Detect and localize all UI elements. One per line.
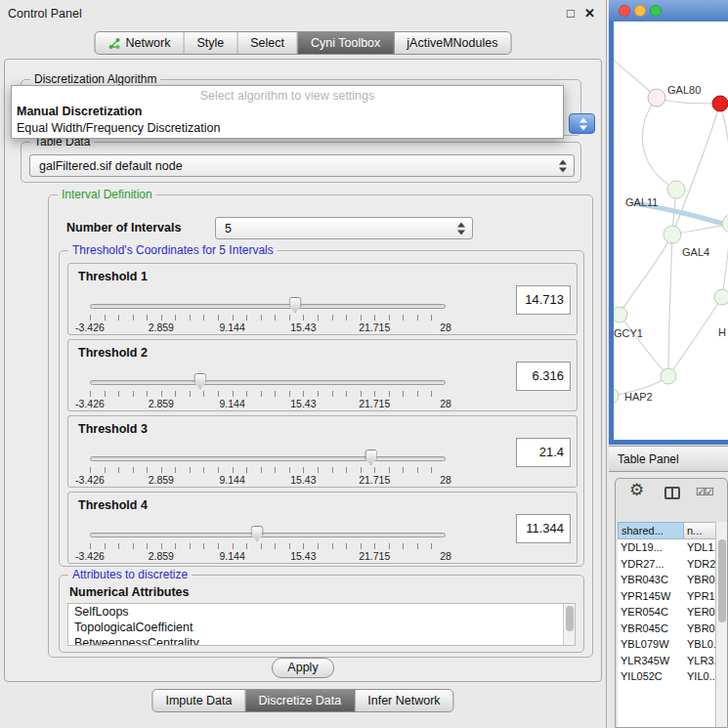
slider-track[interactable] (90, 456, 446, 461)
node-gal80[interactable] (648, 89, 665, 107)
node-mid[interactable] (661, 368, 676, 384)
tick-label: 28 (440, 474, 451, 486)
tab-select[interactable]: Select (237, 32, 298, 54)
column-header-name[interactable]: n... (684, 522, 717, 539)
network-canvas[interactable]: GAL80 GAL11 GAL4 GCY1 HAP2 H (614, 21, 728, 440)
tab-impute-data[interactable]: Impute Data (152, 690, 245, 711)
table-row[interactable]: YER054CYER0... (618, 604, 715, 621)
column-header-shared-name[interactable]: shared... (618, 522, 684, 539)
network-edges (614, 51, 728, 396)
table-cell: YBL0... (684, 636, 715, 653)
slider-track[interactable] (90, 304, 446, 309)
table-data-combobox[interactable]: galFiltered.sif default node (29, 154, 575, 177)
slider-tick-labels: -3.426 2.859 9.144 15.43 21.715 28 (90, 474, 446, 487)
tick-label: 9.144 (219, 398, 244, 409)
threshold-value-field[interactable]: 21.4 (516, 438, 571, 467)
node-right[interactable] (714, 289, 728, 305)
threshold-value-field[interactable]: 14.713 (516, 285, 571, 315)
table-scrollbar[interactable] (715, 522, 727, 727)
slider-tick-labels: -3.426 2.859 9.144 15.43 21.715 28 (90, 550, 446, 563)
tick-label: 21.715 (359, 474, 390, 486)
table-rows: YDL19...YDL1...YDR27...YDR2...YBR043CYBR… (618, 539, 715, 727)
node-label-gal11: GAL11 (625, 196, 658, 208)
zoom-traffic-light[interactable] (650, 5, 662, 17)
table-cell: YBR045C (618, 621, 684, 637)
table-row[interactable]: YIL052CYIL0... (618, 668, 715, 685)
tab-infer-network[interactable]: Infer Network (355, 690, 452, 711)
table-row[interactable]: YDL19...YDL1... (618, 539, 715, 556)
tab-jactivemnodules[interactable]: jActiveMNodules (394, 32, 510, 54)
slider-thumb[interactable] (364, 450, 377, 465)
table-cell: YBR0... (684, 572, 715, 588)
slider-track[interactable] (90, 533, 446, 537)
tick-label: 9.144 (219, 550, 244, 562)
table-row[interactable]: YPR145WYPR1... (618, 588, 715, 605)
table-cell: YDL19... (618, 539, 684, 556)
tick-label: 28 (440, 398, 451, 409)
slider-thumb[interactable] (251, 526, 264, 541)
checkbox-filter-icon[interactable]: ☑☑ (696, 486, 713, 498)
node-gal4[interactable] (664, 226, 681, 243)
tab-network[interactable]: Network (96, 32, 185, 54)
tab-style[interactable]: Style (184, 32, 237, 54)
node-label-gal4: GAL4 (682, 246, 709, 258)
threshold-label: Threshold 3 (78, 422, 148, 436)
node-label-clipped: H (718, 326, 726, 338)
slider-track[interactable] (90, 380, 446, 385)
node-selected-red[interactable] (712, 96, 728, 111)
table-row[interactable]: YBR045CYBR0... (618, 621, 715, 637)
dropdown-option-manual[interactable]: Manual Discretization (17, 105, 143, 118)
threshold-value-field[interactable]: 6.316 (516, 362, 571, 391)
threshold-slider[interactable]: -3.426 2.859 9.144 15.43 21.715 28 (90, 524, 446, 565)
scrollbar-thumb[interactable] (718, 539, 726, 622)
table-data-group: Table Data galFiltered.sif default node (21, 142, 581, 183)
table-row[interactable]: YBL079WYBL0... (618, 636, 715, 653)
node-gal11[interactable] (667, 181, 685, 198)
dropdown-option-equal-width[interactable]: Equal Width/Frequency Discretization (17, 121, 220, 135)
threshold-1-box: Threshold 1 -3.426 2.859 9.144 15.43 21.… (67, 263, 578, 335)
table-row[interactable]: YDR27...YDR2... (618, 556, 715, 573)
table-panel-window: ⚙ ☑☑ shared... n... YDL19...YDL1...YDR27… (615, 478, 728, 728)
close-traffic-light[interactable] (619, 5, 630, 17)
slider-thumb[interactable] (193, 373, 206, 389)
close-window-icon[interactable]: ✕ (584, 6, 595, 21)
slider-thumb[interactable] (289, 297, 302, 313)
columns-icon[interactable] (664, 487, 680, 499)
tab-discretize-data[interactable]: Discretize Data (246, 690, 356, 711)
threshold-slider[interactable]: -3.426 2.859 9.144 15.43 21.715 28 (90, 371, 446, 412)
threshold-slider[interactable]: -3.426 2.859 9.144 15.43 21.715 28 (90, 448, 446, 489)
tick-label: 2.859 (149, 321, 174, 333)
table-row[interactable]: YBR043CYBR0... (618, 572, 715, 588)
list-item[interactable]: TopologicalCoefficient (68, 620, 575, 635)
node-hap2[interactable] (614, 388, 619, 404)
num-intervals-combobox[interactable]: 5 (215, 217, 473, 239)
tick-label: 15.43 (290, 398, 316, 409)
scrollbar-thumb[interactable] (566, 606, 574, 631)
node-gcy1[interactable] (614, 307, 627, 322)
slider-ticks (90, 543, 446, 549)
table-row[interactable]: YLR345WYLR3... (618, 653, 715, 669)
apply-button[interactable]: Apply (272, 658, 334, 678)
threshold-slider[interactable]: -3.426 2.859 9.144 15.43 21.715 28 (90, 295, 446, 336)
list-item[interactable]: SelfLoops (68, 604, 575, 620)
threshold-value-field[interactable]: 11.344 (516, 514, 571, 543)
threshold-label: Threshold 1 (78, 270, 148, 283)
tick-label: -3.426 (75, 398, 105, 409)
tab-network-label: Network (126, 36, 171, 50)
minimize-traffic-light[interactable] (634, 5, 646, 17)
tab-cyni-toolbox[interactable]: Cyni Toolbox (298, 32, 394, 54)
list-item[interactable]: BetweennessCentrality (68, 635, 575, 646)
node-edge-right[interactable] (722, 215, 728, 233)
numerical-attributes-label: Numerical Attributes (69, 585, 189, 599)
attributes-scrollbar[interactable] (563, 604, 575, 645)
table-cell: YIL052C (618, 668, 684, 685)
table-panel-header: Table Panel (609, 446, 728, 472)
num-intervals-label: Number of Intervals (66, 221, 181, 235)
gear-icon[interactable]: ⚙ (629, 480, 644, 500)
tick-label: 15.43 (290, 321, 316, 333)
restore-window-icon[interactable]: □ (567, 6, 575, 21)
algorithm-combobox-button[interactable] (569, 113, 595, 134)
combo-arrows-icon (579, 117, 588, 130)
tick-label: -3.426 (75, 474, 105, 486)
app-root: Control Panel □ ✕ Network Style Select C… (0, 0, 728, 728)
